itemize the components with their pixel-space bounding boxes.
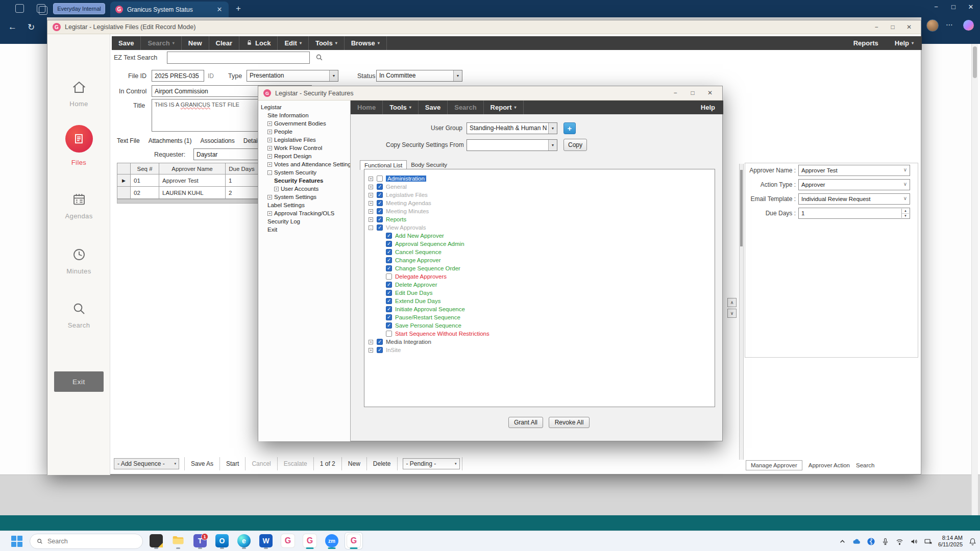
- sidebar-item-minutes[interactable]: Minutes: [47, 246, 110, 293]
- taskbar-app-granicus-a[interactable]: G: [279, 532, 297, 549]
- collapse-icon[interactable]: -: [267, 170, 272, 175]
- expand-icon[interactable]: +: [274, 187, 279, 191]
- app-clear-menu-item[interactable]: Clear: [209, 36, 240, 50]
- expand-icon[interactable]: +: [267, 154, 272, 159]
- tree-item-government-bodies[interactable]: +Government Bodies: [258, 119, 350, 128]
- browser-minimize-icon[interactable]: −: [929, 3, 943, 11]
- permission-approval-sequence-admin[interactable]: Approval Sequence Admin: [364, 240, 715, 248]
- panel-tab-manage-approver[interactable]: Manage Approver: [746, 460, 802, 470]
- expand-icon[interactable]: +: [267, 162, 272, 167]
- sidebar-item-agendas[interactable]: Agendas: [47, 191, 110, 238]
- tree-item-legislative-files[interactable]: +Legislative Files: [258, 136, 350, 144]
- tray-expand-icon[interactable]: [838, 537, 847, 546]
- chevron-down-icon[interactable]: ∨: [903, 181, 907, 187]
- tab-actions-icon[interactable]: [37, 4, 45, 13]
- taskbar-app-file-explorer[interactable]: [169, 532, 187, 549]
- file-tab-attachments-1[interactable]: Attachments (1): [149, 137, 192, 144]
- taskbar-app-edge[interactable]: e: [235, 532, 253, 549]
- permission-pause-restart-sequence[interactable]: Pause/Restart Sequence: [364, 313, 715, 321]
- status-select[interactable]: In Committee▼: [376, 70, 462, 82]
- collapse-icon[interactable]: -: [369, 226, 373, 230]
- permission-insite[interactable]: +InSite: [364, 346, 715, 354]
- due-days-field[interactable]: 1▲▼: [798, 208, 910, 219]
- action-type-field[interactable]: Approver∨: [798, 179, 910, 190]
- chevron-down-icon[interactable]: ∨: [903, 167, 907, 172]
- checkbox-checked[interactable]: [386, 257, 392, 263]
- checkbox-checked[interactable]: [377, 224, 383, 231]
- checkbox-checked[interactable]: [386, 265, 392, 271]
- row-selector-cell[interactable]: ▶: [117, 174, 131, 187]
- workspaces-icon[interactable]: [15, 4, 24, 13]
- dialog-tab-body-security[interactable]: Body Security: [407, 160, 451, 169]
- expand-icon[interactable]: +: [267, 146, 272, 151]
- checkbox-checked[interactable]: [386, 282, 392, 288]
- legistar-titlebar[interactable]: G Legistar - Legislative Files (Edit Rec…: [47, 20, 921, 34]
- refresh-icon[interactable]: ↻: [28, 22, 35, 33]
- file-tab-associations[interactable]: Associations: [200, 137, 234, 144]
- checkbox-checked[interactable]: [386, 306, 392, 312]
- app-lock-menu-item[interactable]: Lock: [239, 36, 278, 50]
- app-help-menu-item[interactable]: Help▾: [887, 36, 922, 50]
- checkbox-checked[interactable]: [377, 200, 383, 206]
- permission-reports[interactable]: +Reports: [364, 215, 715, 223]
- panel-scrollbar[interactable]: [739, 164, 744, 460]
- wifi-icon[interactable]: [895, 537, 904, 546]
- file-tab-text-file[interactable]: Text File: [117, 137, 140, 144]
- taskbar-app-zoom[interactable]: zm: [323, 532, 341, 549]
- user-group-select[interactable]: Standing-Health & Human Needs▼: [467, 122, 557, 134]
- approver-name-field[interactable]: Approver Test∨: [798, 165, 910, 176]
- delete-button[interactable]: Delete: [367, 460, 397, 467]
- tree-item-approval-tracking-ols[interactable]: +Approval Tracking/OLS: [258, 209, 350, 217]
- sidebar-item-search[interactable]: Search: [47, 300, 110, 347]
- dropdown-arrow-icon[interactable]: ▼: [548, 140, 557, 151]
- checkbox-unchecked[interactable]: [386, 273, 392, 280]
- file-id-input[interactable]: [152, 70, 204, 82]
- chevron-down-icon[interactable]: ∨: [903, 195, 907, 201]
- window-close-icon[interactable]: ✕: [901, 22, 917, 32]
- sidebar-item-files[interactable]: Files: [47, 125, 110, 172]
- taskbar-app-teams[interactable]: T1: [191, 532, 209, 549]
- permission-save-personal-sequence[interactable]: Save Personal Sequence: [364, 321, 715, 330]
- permission-meeting-minutes[interactable]: +Meeting Minutes: [364, 207, 715, 215]
- checkbox-checked[interactable]: [377, 208, 383, 214]
- checkbox-checked[interactable]: [377, 184, 383, 190]
- dialog-search-menu-item[interactable]: Search: [448, 101, 483, 114]
- expand-icon[interactable]: +: [369, 217, 373, 222]
- permission-general[interactable]: +General: [364, 183, 715, 191]
- app-new-menu-item[interactable]: New: [182, 36, 209, 50]
- panel-tab-approver-action[interactable]: Approver Action: [808, 462, 850, 468]
- taskbar-app-word[interactable]: W: [257, 532, 275, 549]
- permission-media-integration[interactable]: +Media Integration: [364, 338, 715, 346]
- permission-add-new-approver[interactable]: Add New Approver: [364, 232, 715, 240]
- move-up-button[interactable]: ∧: [727, 298, 737, 307]
- checkbox-checked[interactable]: [386, 298, 392, 304]
- tab-everyday-internal[interactable]: Everyday Internal: [53, 3, 105, 14]
- expand-icon[interactable]: +: [369, 177, 373, 181]
- dialog-titlebar[interactable]: G Legistar - Security Features − □ ✕: [258, 86, 722, 101]
- browser-close-icon[interactable]: ✕: [964, 3, 978, 11]
- permission-delete-approver[interactable]: Delete Approver: [364, 281, 715, 289]
- spinner-up-icon[interactable]: ▲: [902, 209, 909, 214]
- new-button[interactable]: New: [342, 460, 366, 467]
- taskbar-search[interactable]: [30, 534, 143, 549]
- expand-icon[interactable]: +: [369, 348, 373, 353]
- page-scrollbar[interactable]: [971, 44, 978, 515]
- expand-icon[interactable]: +: [369, 201, 373, 206]
- app-browse-menu-item[interactable]: Browse▾: [345, 36, 387, 50]
- copilot-icon[interactable]: [963, 20, 974, 31]
- app-search-menu-item[interactable]: Search▾: [141, 36, 181, 50]
- dropdown-arrow-icon[interactable]: ▼: [329, 70, 338, 81]
- permission-start-sequence-without-restrictions[interactable]: Start Sequence Without Restrictions: [364, 330, 715, 338]
- back-icon[interactable]: ←: [8, 22, 17, 32]
- taskbar-app-granicus-b[interactable]: G: [301, 532, 319, 549]
- checkbox-checked[interactable]: [386, 314, 392, 320]
- app-tools-menu-item[interactable]: Tools▾: [309, 36, 345, 50]
- ez-text-search-input[interactable]: [167, 52, 310, 64]
- spinner-buttons[interactable]: ▲▼: [901, 209, 909, 218]
- dialog-close-icon[interactable]: ✕: [702, 88, 718, 98]
- checkbox-checked[interactable]: [386, 249, 392, 255]
- permission-extend-due-days[interactable]: Extend Due Days: [364, 297, 715, 305]
- dialog-maximize-icon[interactable]: □: [684, 88, 701, 98]
- spinner-down-icon[interactable]: ▼: [902, 214, 909, 218]
- checkbox-unchecked[interactable]: [386, 331, 392, 337]
